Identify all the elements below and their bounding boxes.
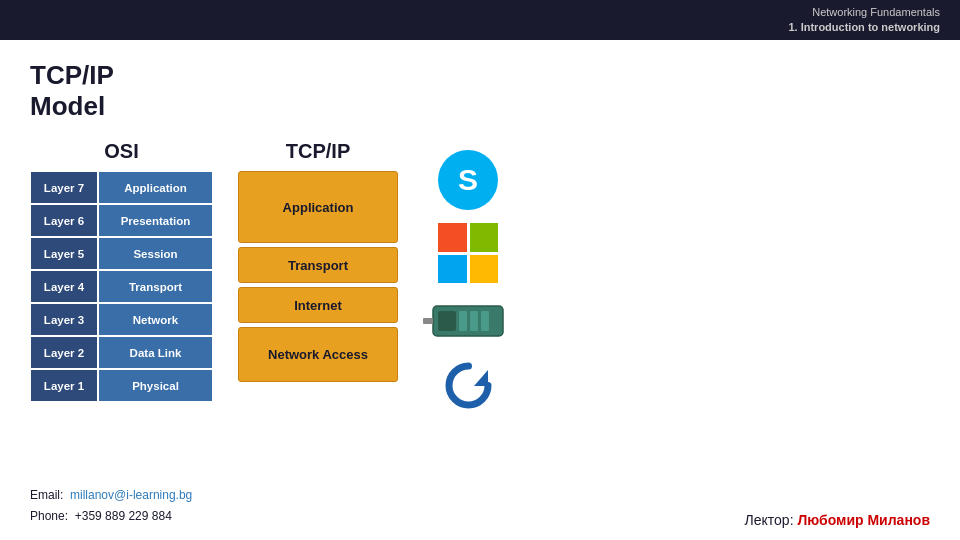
windows-quadrant-red [438,223,467,252]
tcpip-section: TCP/IP Application Transport Internet Ne… [233,140,403,382]
osi-layer2-num: Layer 2 [30,336,98,369]
windows-quadrant-yellow [470,255,499,284]
main-content: TCP/IPModel OSI Layer 7 Layer 6 Layer 5 … [0,40,960,540]
phone-label: Phone: [30,509,68,523]
osi-layer3-num: Layer 3 [30,303,98,336]
page-title: TCP/IPModel [30,60,930,122]
osi-layer6-name: Presentation [98,204,213,237]
osi-layer4-name: Transport [98,270,213,303]
svg-marker-6 [474,370,488,386]
skype-icon: S [438,150,498,210]
osi-layer3-name: Network [98,303,213,336]
bottom-section: Email: millanov@i-learning.bg Phone: +35… [30,485,930,528]
refresh-arrow-icon [441,358,496,413]
osi-layer1-name: Physical [98,369,213,402]
skype-letter: S [458,163,478,197]
svg-rect-3 [470,311,478,331]
tcpip-application: Application [238,171,398,243]
osi-layer1-num: Layer 1 [30,369,98,402]
nic-icon [423,296,513,346]
windows-quadrant-green [470,223,499,252]
header-text: Networking Fundamentals 1. Introduction … [788,5,940,36]
osi-layer7-num: Layer 7 [30,171,98,204]
tcpip-title: TCP/IP [286,140,350,163]
osi-section: OSI Layer 7 Layer 6 Layer 5 Layer 4 Laye… [30,140,213,402]
svg-rect-1 [438,311,456,331]
osi-layer7-name: Application [98,171,213,204]
icons-section: S [423,140,513,413]
osi-layer4-num: Layer 4 [30,270,98,303]
lecturer-info: Лектор: Любомир Миланов [745,512,930,528]
osi-column-numbers: Layer 7 Layer 6 Layer 5 Layer 4 Layer 3 … [30,171,98,402]
osi-title: OSI [104,140,138,163]
osi-layer5-name: Session [98,237,213,270]
osi-table: Layer 7 Layer 6 Layer 5 Layer 4 Layer 3 … [30,171,213,402]
svg-rect-2 [459,311,467,331]
svg-rect-5 [423,318,433,324]
osi-layer2-name: Data Link [98,336,213,369]
lecturer-label: Лектор: [745,512,794,528]
osi-column-names: Application Presentation Session Transpo… [98,171,213,402]
osi-layer6-num: Layer 6 [30,204,98,237]
windows-quadrant-blue [438,255,467,284]
header-line2: 1. Introduction to networking [788,21,940,33]
lecturer-name: Любомир Миланов [797,512,930,528]
osi-layer5-num: Layer 5 [30,237,98,270]
email-label: Email: [30,488,63,502]
contact-info: Email: millanov@i-learning.bg Phone: +35… [30,485,192,528]
tcpip-internet: Internet [238,287,398,323]
content-row: OSI Layer 7 Layer 6 Layer 5 Layer 4 Laye… [30,140,930,413]
nic-container [423,296,513,350]
svg-rect-4 [481,311,489,331]
tcpip-network-access: Network Access [238,327,398,382]
tcpip-transport: Transport [238,247,398,283]
top-bar: Networking Fundamentals 1. Introduction … [0,0,960,40]
windows-icon [438,223,498,283]
phone-value: +359 889 229 884 [75,509,172,523]
header-line1: Networking Fundamentals [812,6,940,18]
email-link[interactable]: millanov@i-learning.bg [70,488,192,502]
